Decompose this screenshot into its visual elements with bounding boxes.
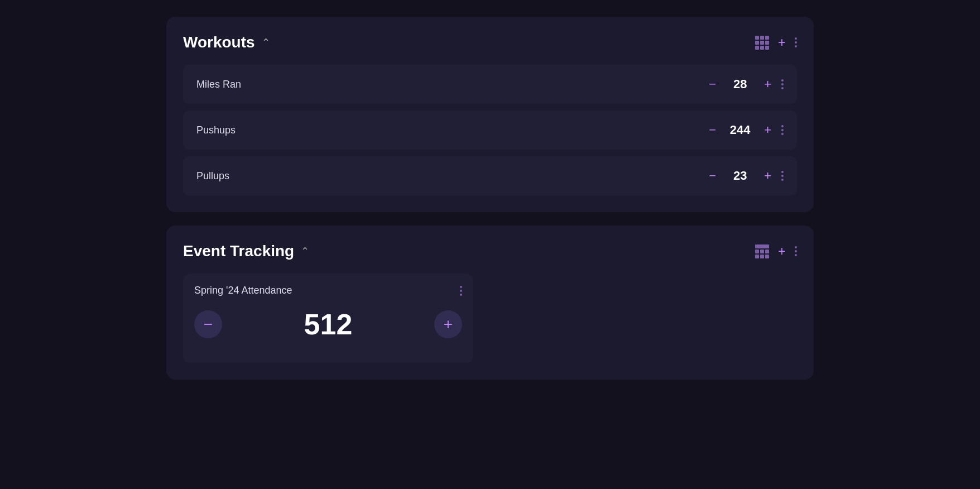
pullups-increment-button[interactable]: +	[764, 170, 771, 182]
workouts-add-button[interactable]: +	[778, 36, 786, 49]
dot-1	[795, 246, 797, 248]
workout-name-pushups: Pushups	[196, 124, 236, 136]
workouts-section: Workouts ⌃ +	[166, 17, 814, 212]
pushups-more-icon	[781, 125, 784, 135]
grid-icon	[755, 36, 769, 50]
workouts-title: Workouts	[183, 33, 255, 51]
pullups-more-button[interactable]	[781, 171, 784, 181]
dot-2	[795, 41, 797, 44]
grid-dot-6	[765, 41, 769, 45]
workouts-more-icon	[795, 37, 797, 47]
pushups-increment-button[interactable]: +	[764, 124, 771, 136]
event-tracking-add-button[interactable]: +	[778, 244, 786, 258]
spring-attendance-increment-button[interactable]: +	[434, 310, 462, 338]
table-row-1	[755, 250, 769, 253]
event-tracking-header: Event Tracking ⌃	[183, 242, 797, 260]
pushups-decrement-button[interactable]: −	[709, 124, 716, 136]
spring-attendance-value: 512	[304, 308, 353, 341]
workout-controls-pushups: − 244 +	[709, 123, 784, 137]
workout-name-miles-ran: Miles Ran	[196, 79, 241, 90]
pushups-more-button[interactable]	[781, 125, 784, 135]
table-icon	[755, 244, 769, 258]
workout-item-pushups: Pushups − 244 +	[183, 111, 797, 150]
dot-2	[795, 250, 797, 252]
event-card-more-icon	[460, 286, 462, 296]
event-tracking-table-view-button[interactable]	[755, 244, 769, 258]
miles-ran-more-icon	[781, 79, 784, 89]
grid-dot-5	[760, 41, 764, 45]
pullups-decrement-button[interactable]: −	[709, 170, 716, 182]
event-card-more-button[interactable]	[460, 286, 462, 296]
grid-dot-4	[755, 41, 759, 45]
grid-dot-7	[755, 46, 759, 50]
workouts-grid-view-button[interactable]	[755, 36, 769, 50]
event-tracking-more-icon	[795, 246, 797, 256]
event-card-spring-attendance: Spring '24 Attendance − 512 +	[183, 274, 473, 363]
miles-ran-decrement-button[interactable]: −	[709, 78, 716, 90]
dot-1	[795, 37, 797, 40]
workouts-actions: +	[755, 36, 797, 50]
miles-ran-value: 28	[726, 77, 754, 92]
miles-ran-increment-button[interactable]: +	[764, 78, 771, 90]
event-tracking-section: Event Tracking ⌃	[166, 226, 814, 380]
table-row-2	[755, 255, 769, 258]
workout-item-miles-ran: Miles Ran − 28 +	[183, 65, 797, 104]
event-card-title: Spring '24 Attendance	[194, 285, 292, 296]
event-tracking-collapse-icon[interactable]: ⌃	[301, 245, 309, 257]
workouts-more-button[interactable]	[795, 37, 797, 47]
event-tracking-title: Event Tracking	[183, 242, 294, 260]
grid-dot-9	[765, 46, 769, 50]
event-tracking-more-button[interactable]	[795, 246, 797, 256]
event-tracking-actions: +	[755, 244, 797, 258]
pullups-more-icon	[781, 171, 784, 181]
workouts-title-group: Workouts ⌃	[183, 33, 270, 51]
dot-3	[795, 254, 797, 256]
grid-dot-8	[760, 46, 764, 50]
pullups-value: 23	[726, 169, 754, 183]
page-container: Workouts ⌃ +	[155, 11, 825, 399]
table-row-header	[755, 244, 769, 248]
event-tracking-title-group: Event Tracking ⌃	[183, 242, 309, 260]
grid-dot-2	[760, 36, 764, 40]
workout-controls-pullups: − 23 +	[709, 169, 784, 183]
spring-attendance-decrement-button[interactable]: −	[194, 310, 222, 338]
workouts-collapse-icon[interactable]: ⌃	[262, 36, 270, 49]
event-cards-list: Spring '24 Attendance − 512 +	[183, 274, 797, 363]
workout-name-pullups: Pullups	[196, 170, 229, 182]
miles-ran-more-button[interactable]	[781, 79, 784, 89]
pushups-value: 244	[726, 123, 754, 137]
dot-3	[795, 45, 797, 47]
event-card-body: − 512 +	[194, 308, 462, 341]
workout-item-pullups: Pullups − 23 +	[183, 156, 797, 195]
grid-dot-1	[755, 36, 759, 40]
grid-dot-3	[765, 36, 769, 40]
event-card-header: Spring '24 Attendance	[194, 285, 462, 296]
workouts-list: Miles Ran − 28 + Pushups	[183, 65, 797, 195]
workouts-header: Workouts ⌃ +	[183, 33, 797, 51]
workout-controls-miles-ran: − 28 +	[709, 77, 784, 92]
